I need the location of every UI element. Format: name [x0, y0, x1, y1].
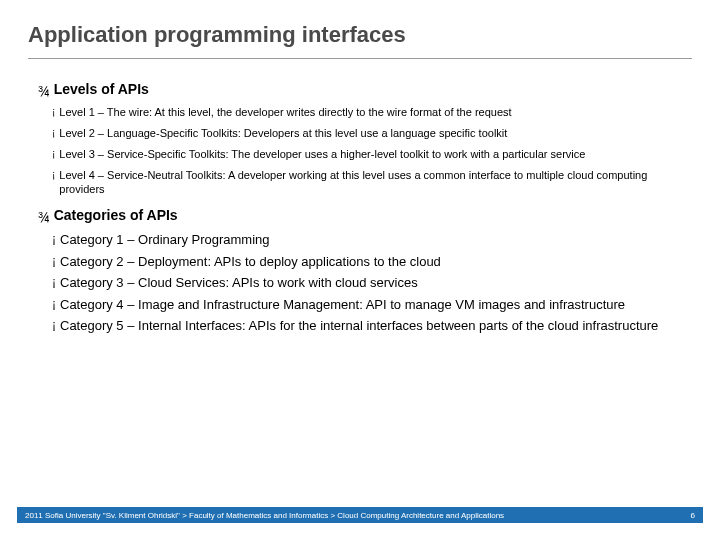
section-heading: ¾ Levels of APIs	[28, 81, 692, 101]
item-text: Category 1 – Ordinary Programming	[60, 231, 692, 249]
levels-list: ¡ Level 1 – The wire: At this level, the…	[28, 105, 692, 197]
item-bullet-icon: ¡	[52, 296, 56, 312]
list-item: ¡ Level 3 – Service-Specific Toolkits: T…	[28, 147, 692, 162]
item-text: Category 2 – Deployment: APIs to deploy …	[60, 253, 692, 271]
item-text: Level 4 – Service-Neutral Toolkits: A de…	[59, 168, 692, 198]
heading-bullet-icon: ¾	[38, 207, 50, 227]
list-item: ¡ Category 4 – Image and Infrastructure …	[28, 296, 692, 314]
categories-list: ¡ Category 1 – Ordinary Programming ¡ Ca…	[28, 231, 692, 335]
list-item: ¡ Level 4 – Service-Neutral Toolkits: A …	[28, 168, 692, 198]
item-bullet-icon: ¡	[52, 147, 55, 161]
page-number: 6	[691, 511, 695, 520]
heading-label: Levels of APIs	[54, 81, 149, 97]
item-bullet-icon: ¡	[52, 317, 56, 333]
item-bullet-icon: ¡	[52, 126, 55, 140]
footer-breadcrumb: 2011 Sofia University "Sv. Kliment Ohrid…	[25, 511, 504, 520]
item-bullet-icon: ¡	[52, 253, 56, 269]
footer-bar: 2011 Sofia University "Sv. Kliment Ohrid…	[17, 507, 703, 523]
item-text: Level 1 – The wire: At this level, the d…	[59, 105, 692, 120]
section-heading: ¾ Categories of APIs	[28, 207, 692, 227]
section-categories: ¾ Categories of APIs ¡ Category 1 – Ordi…	[28, 207, 692, 339]
item-text: Category 5 – Internal Interfaces: APIs f…	[60, 317, 692, 335]
item-text: Category 4 – Image and Infrastructure Ma…	[60, 296, 692, 314]
item-text: Level 2 – Language-Specific Toolkits: De…	[59, 126, 692, 141]
heading-bullet-icon: ¾	[38, 81, 50, 101]
item-text: Category 3 – Cloud Services: APIs to wor…	[60, 274, 692, 292]
list-item: ¡ Category 5 – Internal Interfaces: APIs…	[28, 317, 692, 335]
item-bullet-icon: ¡	[52, 274, 56, 290]
section-levels: ¾ Levels of APIs ¡ Level 1 – The wire: A…	[28, 81, 692, 203]
item-bullet-icon: ¡	[52, 168, 55, 182]
item-bullet-icon: ¡	[52, 105, 55, 119]
list-item: ¡ Category 3 – Cloud Services: APIs to w…	[28, 274, 692, 292]
list-item: ¡ Level 1 – The wire: At this level, the…	[28, 105, 692, 120]
heading-label: Categories of APIs	[54, 207, 178, 223]
slide: Application programming interfaces ¾ Lev…	[0, 0, 720, 540]
page-title: Application programming interfaces	[28, 22, 692, 48]
item-text: Level 3 – Service-Specific Toolkits: The…	[59, 147, 692, 162]
title-rule	[28, 58, 692, 59]
list-item: ¡ Category 2 – Deployment: APIs to deplo…	[28, 253, 692, 271]
item-bullet-icon: ¡	[52, 231, 56, 247]
list-item: ¡ Category 1 – Ordinary Programming	[28, 231, 692, 249]
list-item: ¡ Level 2 – Language-Specific Toolkits: …	[28, 126, 692, 141]
